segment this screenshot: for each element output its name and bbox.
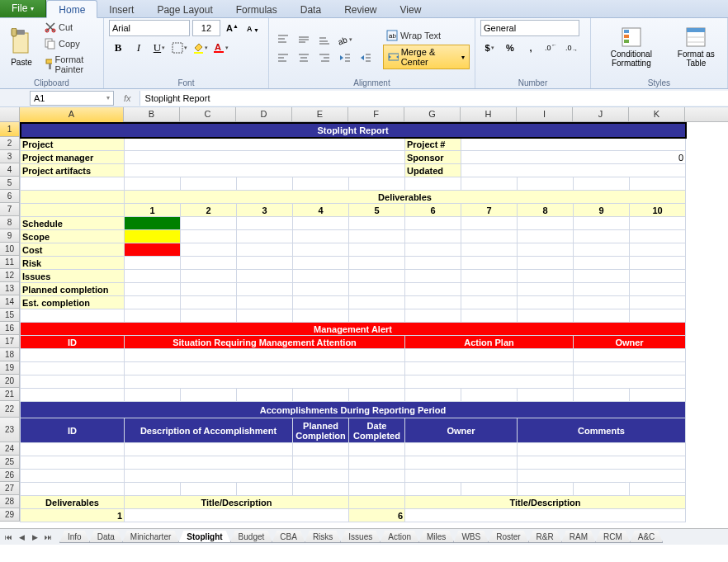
col-header-K[interactable]: K: [629, 107, 685, 122]
tab-page-layout[interactable]: Page Layout: [145, 1, 224, 17]
align-middle-button[interactable]: [295, 31, 313, 48]
conditional-formatting-button[interactable]: Conditional Formatting: [596, 20, 667, 74]
row-header-6[interactable]: 6: [0, 190, 20, 203]
tab-home[interactable]: Home: [46, 0, 97, 18]
format-as-table-button[interactable]: Format as Table: [670, 20, 722, 74]
sheet-tab-action[interactable]: Action: [380, 531, 419, 543]
col-header-I[interactable]: I: [517, 107, 573, 122]
row-header-13[interactable]: 13: [0, 282, 20, 295]
row-header-29[interactable]: 29: [0, 508, 20, 522]
col-header-F[interactable]: F: [348, 107, 404, 122]
row-header-2[interactable]: 2: [0, 137, 20, 150]
tab-formulas[interactable]: Formulas: [225, 1, 289, 17]
comma-button[interactable]: ,: [522, 40, 540, 56]
row-header-28[interactable]: 28: [0, 495, 20, 508]
merge-center-button[interactable]: Merge & Center▾: [383, 45, 470, 69]
tab-view[interactable]: View: [389, 1, 433, 17]
row-header-1[interactable]: 1: [0, 122, 20, 137]
tab-nav-prev[interactable]: ◀: [15, 531, 28, 544]
row-header-19[interactable]: 19: [0, 361, 20, 375]
row-header-14[interactable]: 14: [0, 295, 20, 309]
number-format-select[interactable]: [480, 20, 579, 36]
cut-button[interactable]: Cut: [41, 20, 98, 35]
col-header-A[interactable]: A: [20, 107, 124, 122]
name-box[interactable]: A1: [30, 91, 114, 106]
sheet-tab-budget[interactable]: Budget: [230, 531, 273, 543]
tab-nav-last[interactable]: ⏭: [41, 531, 54, 544]
row-header-22[interactable]: 22: [0, 401, 20, 418]
tab-nav-next[interactable]: ▶: [28, 531, 41, 544]
font-size-select[interactable]: [192, 20, 220, 36]
row-header-9[interactable]: 9: [0, 229, 20, 243]
spreadsheet-grid[interactable]: ABCDEFGHIJK 1234567891011121314151617181…: [0, 107, 728, 545]
bold-button[interactable]: B: [109, 40, 127, 56]
row-header-18[interactable]: 18: [0, 348, 20, 361]
col-header-J[interactable]: J: [573, 107, 629, 122]
col-header-G[interactable]: G: [404, 107, 461, 122]
row-header-3[interactable]: 3: [0, 150, 20, 163]
sheet-tab-a&c[interactable]: A&C: [630, 531, 664, 543]
sheet-tab-cba[interactable]: CBA: [272, 531, 305, 543]
italic-button[interactable]: I: [130, 40, 148, 56]
align-left-button[interactable]: [274, 50, 292, 66]
row-header-21[interactable]: 21: [0, 388, 20, 401]
increase-indent-button[interactable]: [357, 50, 375, 66]
row-header-10[interactable]: 10: [0, 243, 20, 256]
sheet-tab-wbs[interactable]: WBS: [453, 531, 489, 543]
row-header-20[interactable]: 20: [0, 375, 20, 388]
row-headers[interactable]: 1234567891011121314151617181920212223242…: [0, 122, 20, 522]
font-name-select[interactable]: [109, 20, 190, 36]
row-header-27[interactable]: 27: [0, 482, 20, 495]
sheet-tab-info[interactable]: Info: [59, 531, 90, 543]
col-header-E[interactable]: E: [292, 107, 348, 122]
tab-insert[interactable]: Insert: [97, 1, 145, 17]
row-header-23[interactable]: 23: [0, 418, 20, 442]
orientation-button[interactable]: ab: [336, 31, 354, 48]
row-header-17[interactable]: 17: [0, 335, 20, 348]
col-header-C[interactable]: C: [180, 107, 236, 122]
decrease-indent-button[interactable]: [336, 50, 354, 66]
wrap-text-button[interactable]: ab Wrap Text: [383, 28, 470, 43]
increase-decimal-button[interactable]: .0←: [542, 40, 560, 56]
tab-review[interactable]: Review: [333, 1, 388, 17]
sheet-tab-data[interactable]: Data: [89, 531, 123, 543]
cell-area[interactable]: Stoplight ReportProjectProject #Project …: [20, 122, 728, 522]
col-header-D[interactable]: D: [236, 107, 292, 122]
tab-nav-first[interactable]: ⏮: [2, 531, 15, 544]
file-tab[interactable]: File: [0, 0, 46, 17]
accounting-format-button[interactable]: $: [480, 40, 499, 56]
row-header-26[interactable]: 26: [0, 469, 20, 482]
row-header-5[interactable]: 5: [0, 177, 20, 190]
select-all-corner[interactable]: [0, 107, 20, 122]
sheet-tab-stoplight[interactable]: Stoplight: [178, 531, 230, 543]
col-header-H[interactable]: H: [461, 107, 517, 122]
col-header-B[interactable]: B: [124, 107, 180, 122]
sheet-tab-miles[interactable]: Miles: [418, 531, 454, 543]
sheet-tab-roster[interactable]: Roster: [488, 531, 528, 543]
align-center-button[interactable]: [295, 50, 313, 66]
align-bottom-button[interactable]: [315, 31, 333, 48]
format-painter-button[interactable]: Format Painter: [41, 53, 98, 76]
align-right-button[interactable]: [315, 50, 333, 66]
row-header-15[interactable]: 15: [0, 309, 20, 322]
sheet-tab-ram[interactable]: RAM: [561, 531, 596, 543]
sheet-tab-r&r[interactable]: R&R: [528, 531, 562, 543]
row-header-11[interactable]: 11: [0, 256, 20, 269]
font-color-button[interactable]: A: [212, 40, 230, 56]
row-header-7[interactable]: 7: [0, 203, 20, 216]
border-button[interactable]: [171, 40, 189, 56]
row-header-12[interactable]: 12: [0, 269, 20, 282]
row-header-16[interactable]: 16: [0, 322, 20, 335]
underline-button[interactable]: U: [150, 40, 168, 56]
tab-data[interactable]: Data: [289, 1, 333, 17]
increase-font-button[interactable]: A▲: [223, 20, 241, 36]
row-header-25[interactable]: 25: [0, 456, 20, 469]
row-header-4[interactable]: 4: [0, 163, 20, 177]
formula-input[interactable]: [139, 91, 728, 106]
decrease-font-button[interactable]: A▼: [243, 20, 262, 36]
paste-button[interactable]: Paste: [5, 20, 38, 74]
copy-button[interactable]: Copy: [41, 36, 98, 51]
sheet-tab-issues[interactable]: Issues: [340, 531, 381, 543]
row-header-8[interactable]: 8: [0, 216, 20, 229]
sheet-tab-rcm[interactable]: RCM: [595, 531, 631, 543]
